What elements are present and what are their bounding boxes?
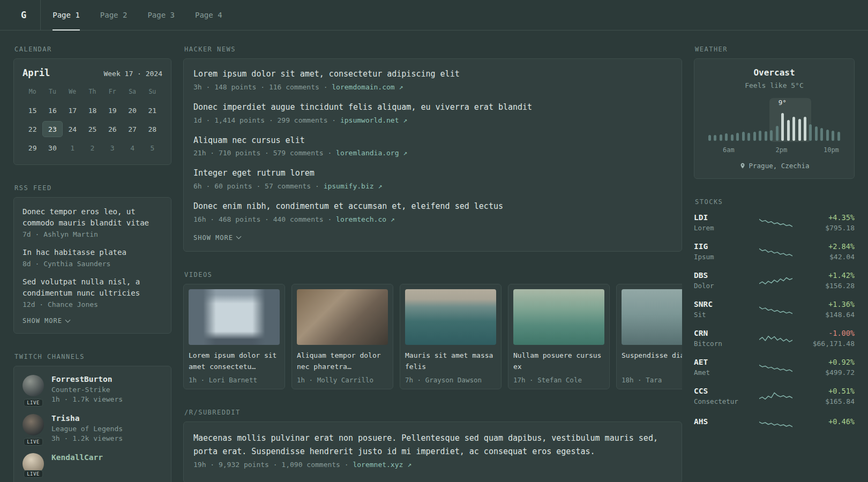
weather-feels-like: Feels like 5°C (703, 81, 845, 89)
hn-item-title[interactable]: Donec enim nibh, condimentum et accumsan… (193, 201, 672, 213)
hn-item-domain-link[interactable]: loremdomain.com (332, 83, 394, 91)
calendar-date: 28 (143, 121, 162, 137)
stock-ticker[interactable]: DBS (694, 271, 743, 280)
video-title[interactable]: Suspendisse diam (622, 350, 682, 373)
tab-page-1[interactable]: Page 1 (53, 0, 80, 30)
rss-show-more-button[interactable]: SHOW MORE (23, 317, 162, 325)
video-thumbnail[interactable] (405, 289, 496, 345)
calendar-date-next-month: 3 (102, 140, 122, 156)
calendar-date-next-month: 2 (83, 140, 102, 156)
hn-item-domain-link[interactable]: ipsumworld.net (340, 116, 399, 124)
hn-item-title[interactable]: Aliquam nec cursus elit (193, 135, 672, 147)
calendar-dow: Th (83, 86, 102, 100)
stocks-section-title: STOCKS (695, 198, 855, 206)
video-thumbnail[interactable] (297, 289, 388, 345)
hn-item-title[interactable]: Donec imperdiet augue tincidunt felis al… (193, 102, 672, 114)
video-title[interactable]: Aliquam tempor dolor nec pharetra… (297, 350, 388, 373)
reddit-post: Maecenas mollis pulvinar erat non posuer… (193, 432, 672, 469)
calendar-month: April (23, 67, 50, 78)
twitch-channel-meta: 3h · 1.2k viewers (51, 434, 123, 442)
external-link-icon: ↗ (403, 149, 407, 157)
weather-card: Overcast Feels like 5°C 9° 6am 2pm 10pm … (694, 58, 855, 179)
hn-show-more-button[interactable]: SHOW MORE (193, 234, 672, 242)
video-card[interactable]: Nullam posuere cursus ex 17h · Stefan Co… (508, 284, 610, 389)
stock-ticker[interactable]: AHS (694, 417, 743, 426)
avatar (23, 414, 44, 435)
video-thumbnail[interactable] (189, 289, 280, 345)
stock-ticker[interactable]: CRN (694, 329, 743, 337)
stock-ticker[interactable]: CCS (694, 387, 743, 395)
calendar-date: 20 (122, 102, 142, 118)
stock-row[interactable]: IIGIpsum +2.84%$42.04 (694, 242, 855, 261)
video-title[interactable]: Mauris sit amet massa felis (405, 350, 496, 373)
calendar-date-next-month: 5 (143, 140, 162, 156)
calendar-date: 17 (63, 102, 83, 118)
twitch-channel[interactable]: LIVE Trisha League of Legends 3h · 1.2k … (23, 414, 162, 442)
avatar (23, 375, 44, 396)
rss-item: In hac habitasse platea 8d · Cynthia Sau… (23, 247, 162, 268)
stock-ticker[interactable]: SNRC (694, 300, 743, 308)
stock-ticker[interactable]: LDI (694, 213, 743, 222)
video-card[interactable]: Aliquam tempor dolor nec pharetra… 1h · … (291, 284, 393, 389)
hn-item-title[interactable]: Lorem ipsum dolor sit amet, consectetur … (193, 69, 672, 80)
stock-row[interactable]: LDILorem +4.35%$795.18 (694, 213, 855, 232)
twitch-channel-name[interactable]: KendallCarr (51, 453, 103, 462)
tab-page-4[interactable]: Page 4 (195, 0, 222, 30)
video-thumbnail[interactable] (622, 289, 682, 345)
hn-item-title[interactable]: Integer eget rutrum lorem (193, 168, 672, 179)
stock-ticker[interactable]: AET (694, 358, 743, 366)
stock-row[interactable]: SNRCSit +1.36%$148.64 (694, 300, 855, 319)
rss-item-title[interactable]: Donec tempor eros leo, ut commodo mauris… (23, 206, 162, 229)
left-column: CALENDAR April Week 17 · 2024 Mo Tu We T… (13, 46, 171, 482)
reddit-post-domain-link[interactable]: loremnet.xyz (353, 461, 403, 469)
twitch-channel[interactable]: LIVE ForrestBurton Counter-Strike 1h · 1… (23, 375, 162, 403)
twitch-channel-name[interactable]: Trisha (51, 414, 123, 423)
rss-item: Donec tempor eros leo, ut commodo mauris… (23, 206, 162, 238)
stock-name: Amet (694, 368, 743, 376)
external-link-icon: ↗ (399, 83, 403, 91)
videos-widget: VIDEOS Lorem ipsum dolor sit amet consec… (183, 271, 682, 389)
tab-page-3[interactable]: Page 3 (147, 0, 175, 30)
hn-item-domain-link[interactable]: loremlandia.org (336, 149, 399, 157)
video-title[interactable]: Lorem ipsum dolor sit amet consectetu… (189, 350, 280, 373)
page-tabs: Page 1 Page 2 Page 3 Page 4 (53, 0, 222, 30)
stock-name: Ipsum (694, 253, 743, 261)
stock-row[interactable]: CRNBitcorn -1.00%$66,171.48 (694, 329, 855, 348)
stock-row[interactable]: DBSDolor +1.42%$156.28 (694, 271, 855, 290)
rss-item: Sed volutpat nulla nisl, a condimentum n… (23, 276, 162, 308)
hn-item: Lorem ipsum dolor sit amet, consectetur … (193, 69, 672, 91)
stock-row[interactable]: AETAmet +0.92%$499.72 (694, 358, 855, 376)
video-card[interactable]: Suspendisse diam 18h · Tara (616, 284, 682, 389)
stock-sparkline (743, 389, 809, 403)
hn-item-meta: 1d · 1,414 points · 299 comments · ipsum… (193, 116, 672, 124)
stock-sparkline (743, 360, 809, 374)
live-badge: LIVE (24, 399, 43, 406)
video-thumbnail[interactable] (513, 289, 604, 345)
chevron-down-icon (236, 234, 242, 239)
rss-item-title[interactable]: Sed volutpat nulla nisl, a condimentum n… (23, 276, 162, 299)
video-card[interactable]: Mauris sit amet massa felis 7h · Grayson… (400, 284, 502, 389)
tab-page-2[interactable]: Page 2 (100, 0, 128, 30)
calendar-date: 18 (83, 102, 102, 118)
calendar-date: 26 (102, 121, 122, 137)
twitch-channel[interactable]: LIVE KendallCarr (23, 453, 162, 475)
app-logo[interactable]: G (13, 0, 41, 30)
hn-item-meta: 21h · 710 points · 579 comments · loreml… (193, 149, 672, 157)
hn-item-domain-link[interactable]: loremtech.co (336, 215, 386, 223)
stock-row[interactable]: CCSConsectetur +0.51%$165.84 (694, 387, 855, 405)
rss-item-title[interactable]: In hac habitasse platea (23, 247, 162, 258)
hn-item-domain-link[interactable]: ipsumify.biz (324, 182, 374, 190)
stock-row[interactable]: AHS +0.46% (694, 416, 855, 430)
video-card[interactable]: Lorem ipsum dolor sit amet consectetu… 1… (183, 284, 285, 389)
calendar-week-info: Week 17 · 2024 (103, 70, 162, 78)
twitch-card: LIVE ForrestBurton Counter-Strike 1h · 1… (13, 366, 171, 482)
stock-ticker[interactable]: IIG (694, 242, 743, 251)
twitch-channel-name[interactable]: ForrestBurton (51, 375, 123, 383)
right-column: WEATHER Overcast Feels like 5°C 9° 6am 2… (694, 46, 855, 482)
video-title[interactable]: Nullam posuere cursus ex (513, 350, 604, 373)
calendar-date: 24 (63, 121, 83, 137)
video-meta: 7h · Grayson Dawson (405, 376, 496, 384)
reddit-post-title[interactable]: Maecenas mollis pulvinar erat non posuer… (193, 432, 672, 458)
stock-change: +1.36% (809, 300, 855, 308)
stock-change: +0.92% (809, 358, 855, 366)
